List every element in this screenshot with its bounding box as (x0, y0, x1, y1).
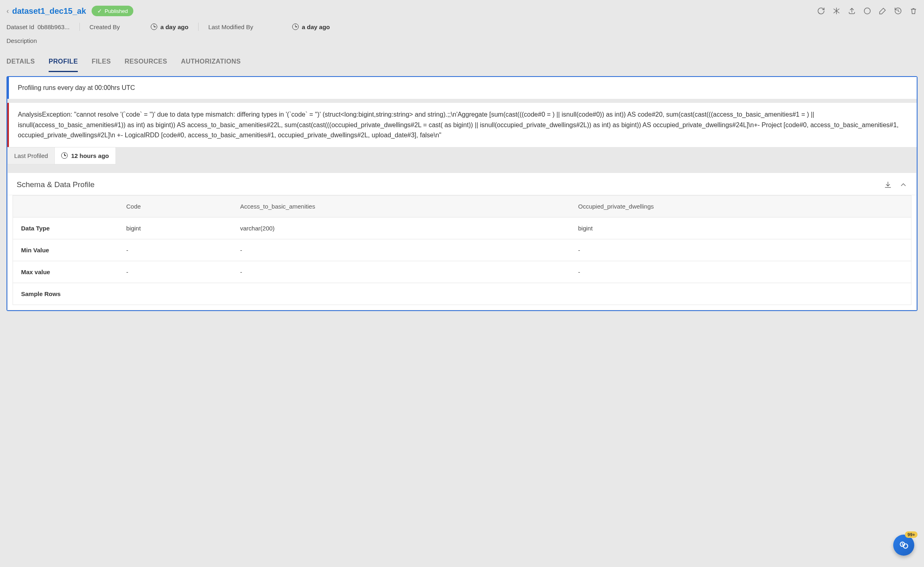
dataset-id-label: Dataset Id (6, 23, 34, 30)
clock-icon (61, 152, 68, 159)
last-profiled-ago: 12 hours ago (71, 152, 109, 159)
check-icon: ✓ (97, 8, 102, 14)
help-badge: 99+ (905, 531, 918, 538)
refresh-icon[interactable] (817, 7, 825, 15)
created-by-field: Created By a day ago (90, 23, 188, 30)
tab-resources[interactable]: RESOURCES (125, 58, 167, 72)
cell: - (118, 261, 232, 283)
cell (232, 283, 570, 305)
cell: - (570, 239, 911, 261)
cell: - (232, 239, 570, 261)
schema-title: Schema & Data Profile (17, 180, 94, 189)
cell: bigint (570, 217, 911, 239)
clock-icon (151, 23, 157, 30)
last-modified-by-label: Last Modified By (208, 23, 253, 30)
history-icon[interactable] (894, 7, 902, 15)
row-label: Data Type (13, 217, 118, 239)
profiling-error-message: AnalysisException: "cannot resolve '(`co… (7, 103, 917, 147)
profile-panel: Profiling runs every day at 00:00hrs UTC… (6, 76, 918, 311)
meta-divider (198, 23, 199, 31)
table-row: Data Type bigint varchar(200) bigint (13, 217, 911, 239)
cell: bigint (118, 217, 232, 239)
last-modified-ago: a day ago (302, 23, 330, 30)
table-row: Sample Rows (13, 283, 911, 305)
svg-point-0 (864, 8, 871, 14)
created-ago: a day ago (160, 23, 188, 30)
description-label: Description (6, 37, 37, 44)
tab-files[interactable]: FILES (92, 58, 111, 72)
table-row: Min Value - - - (13, 239, 911, 261)
table-header-row: Code Access_to_basic_amenities Occupied_… (13, 195, 911, 217)
published-badge: ✓ Published (92, 6, 133, 16)
cell (118, 283, 232, 305)
row-label: Min Value (13, 239, 118, 261)
cell: varchar(200) (232, 217, 570, 239)
profiling-schedule-notice: Profiling runs every day at 00:00hrs UTC (7, 77, 917, 99)
clock-icon (292, 23, 299, 30)
last-profiled-value: 12 hours ago (55, 147, 116, 164)
dataset-id-field: Dataset Id 0b88b963... (6, 23, 70, 30)
table-header-code: Code (118, 195, 232, 217)
dataset-id-value: 0b88b963... (37, 23, 69, 30)
download-icon[interactable] (884, 181, 892, 189)
tools-icon[interactable] (832, 7, 841, 15)
created-by-label: Created By (90, 23, 120, 30)
last-modified-by-field: Last Modified By a day ago (208, 23, 330, 30)
tab-details[interactable]: DETAILS (6, 58, 35, 72)
meta-divider (79, 23, 80, 31)
row-label: Sample Rows (13, 283, 118, 305)
table-row: Max value - - - (13, 261, 911, 283)
delete-icon[interactable] (909, 7, 918, 15)
schema-table: Code Access_to_basic_amenities Occupied_… (13, 195, 911, 305)
help-button[interactable]: 99+ (893, 535, 914, 556)
cell: - (570, 261, 911, 283)
tab-profile[interactable]: PROFILE (49, 58, 78, 72)
last-profiled-label: Last Profiled (7, 147, 55, 164)
cell: - (232, 261, 570, 283)
cell (570, 283, 911, 305)
cell: - (118, 239, 232, 261)
published-label: Published (105, 8, 128, 14)
back-button[interactable]: ‹ (6, 7, 9, 15)
row-label: Max value (13, 261, 118, 283)
collapse-icon[interactable] (899, 181, 907, 189)
tab-authorizations[interactable]: AUTHORIZATIONS (181, 58, 241, 72)
dataset-title[interactable]: dataset1_dec15_ak (12, 6, 86, 16)
table-header-access: Access_to_basic_amenities (232, 195, 570, 217)
upload-icon[interactable] (848, 7, 856, 15)
circle-icon[interactable] (863, 7, 871, 15)
edit-icon[interactable] (879, 7, 887, 15)
table-header-occupied: Occupied_private_dwellings (570, 195, 911, 217)
table-header-blank (13, 195, 118, 217)
